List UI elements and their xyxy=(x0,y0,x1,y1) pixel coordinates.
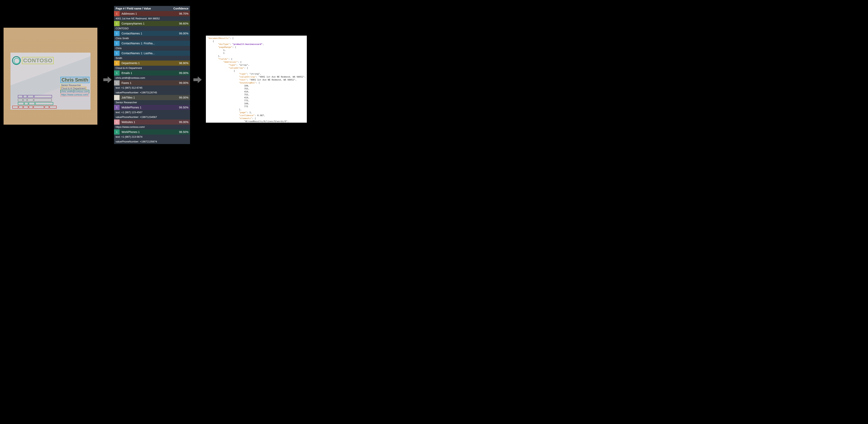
confidence-value: 98.70% xyxy=(179,12,190,15)
table-row[interactable]: 1Faxes 199.00% xyxy=(114,80,190,86)
table-row[interactable]: 1CompanyNames 198.60% xyxy=(114,21,190,26)
table-header: Page # / Field name / Value Confidence xyxy=(114,6,190,11)
field-value: CONTOSO xyxy=(114,26,190,31)
confidence-value: 99.50% xyxy=(179,106,190,109)
field-company-name: CONTOSO xyxy=(22,57,54,64)
address-word: 4001 xyxy=(12,106,18,109)
address-word: NE xyxy=(29,106,33,109)
confidence-value: 99.00% xyxy=(179,96,190,99)
confidence-value: 99.00% xyxy=(179,71,190,74)
page-badge: 1 xyxy=(114,21,120,26)
table-row[interactable]: 1JobTitles 199.00% xyxy=(114,95,190,100)
field-value: valuePhoneNumber: +19873126745 xyxy=(114,90,190,95)
json-output: "documentResults": [ { "docType": "prebu… xyxy=(206,36,307,123)
table-row[interactable]: 1Departments 198.90% xyxy=(114,61,190,66)
field-value: Senior Researcher xyxy=(114,100,190,105)
field-name: Faxes 1 xyxy=(120,81,179,85)
header-confidence: Confidence xyxy=(174,7,188,10)
field-name: Addresses 1 xyxy=(120,12,179,15)
page-badge: 1 xyxy=(114,105,120,110)
results-table: Page # / Field name / Value Confidence 1… xyxy=(114,6,190,144)
address-word: 98052 xyxy=(50,106,57,109)
field-value: Chris xyxy=(114,46,190,51)
page-badge: 1 xyxy=(114,129,120,134)
address-word: Ave xyxy=(23,106,28,109)
field-value: text: +1 (987) 312-6745 xyxy=(114,86,190,90)
field-name: ContactNames 1: FirstNa... xyxy=(120,42,188,45)
confidence-value: 99.00% xyxy=(179,81,190,85)
field-name: ContactNames 1 xyxy=(120,32,179,35)
page-badge: 1 xyxy=(114,80,120,86)
page-badge: 1 xyxy=(114,31,120,36)
field-fax: Fax+1(987)+1 (987) 213-5674 xyxy=(18,99,52,101)
page-badge: 1 xyxy=(114,11,120,16)
table-row[interactable]: 1WorkPhones 198.50% xyxy=(114,129,190,134)
field-name: JobTitles 1 xyxy=(120,96,179,99)
address-word: 1st xyxy=(19,106,23,109)
field-name: ContactNames 1: LastNa... xyxy=(120,52,188,55)
table-row[interactable]: 1ContactNames 199.00% xyxy=(114,31,190,36)
field-address: 40011stAveNERedmond,WA98052 xyxy=(12,106,57,109)
table-row[interactable]: 1Emails 199.00% xyxy=(114,70,190,75)
arrow-right-icon xyxy=(103,75,112,84)
confidence-value: 99.00% xyxy=(179,121,190,124)
company-logo-icon xyxy=(12,56,21,65)
field-work-phone: Work+1(987)+1 (987) 312-6745 xyxy=(18,102,54,105)
confidence-value: 98.50% xyxy=(179,130,190,134)
field-name: MobilePhones 1 xyxy=(120,106,179,109)
address-word: WA xyxy=(44,106,49,109)
confidence-value: 99.00% xyxy=(179,32,190,35)
table-row[interactable]: 1Addresses 198.70% xyxy=(114,11,190,16)
arrow-right-icon xyxy=(193,75,202,84)
confidence-value: 98.90% xyxy=(179,62,190,65)
field-contact-name: Chris Smith xyxy=(60,77,90,83)
page-badge: 1 xyxy=(114,95,120,100)
table-row[interactable]: 1Websites 199.00% xyxy=(114,120,190,125)
field-name: WorkPhones 1 xyxy=(120,130,179,134)
field-name: Departments 1 xyxy=(120,62,179,65)
field-website: https://www.contoso.com/ xyxy=(60,93,89,97)
field-name: Emails 1 xyxy=(120,71,179,74)
table-row[interactable]: 1ContactNames 1: FirstNa... xyxy=(114,41,190,46)
field-value: text: +1 (987) 123-4567 xyxy=(114,110,190,115)
page-badge: 1 xyxy=(114,51,120,56)
field-name: Websites 1 xyxy=(120,121,179,124)
address-word: Redmond, xyxy=(33,106,44,109)
page-badge: 1 xyxy=(114,61,120,66)
header-field: Page # / Field name / Value xyxy=(116,7,174,10)
field-value: Cloud & AI Department xyxy=(114,66,190,70)
field-value: text: +1 (987) 213-5674 xyxy=(114,134,190,139)
business-card-image: CONTOSO Chris Smith Senior Researcher Cl… xyxy=(4,28,97,125)
table-row[interactable]: 1MobilePhones 199.50% xyxy=(114,105,190,110)
page-badge: 1 xyxy=(114,41,120,46)
field-value: Chris Smith xyxy=(114,36,190,41)
field-value: 4001 1st Ave NE Redmond, WA 98052 xyxy=(114,16,190,21)
field-value: Smith xyxy=(114,56,190,61)
field-name: CompanyNames 1 xyxy=(120,22,179,25)
field-value: valuePhoneNumber: +19871234567 xyxy=(114,115,190,120)
page-badge: 1 xyxy=(114,120,120,125)
field-mobile-phone: Cell+1(987)+1 (987) 123-4567 xyxy=(18,95,53,98)
confidence-value: 98.60% xyxy=(179,22,190,25)
field-value: valuePhoneNumber: +19872135674 xyxy=(114,139,190,144)
table-row[interactable]: 1ContactNames 1: LastNa... xyxy=(114,51,190,56)
page-badge: 1 xyxy=(114,70,120,75)
field-value: chris.smith@contoso.com xyxy=(114,75,190,80)
field-value: https://www.contoso.com/ xyxy=(114,125,190,129)
